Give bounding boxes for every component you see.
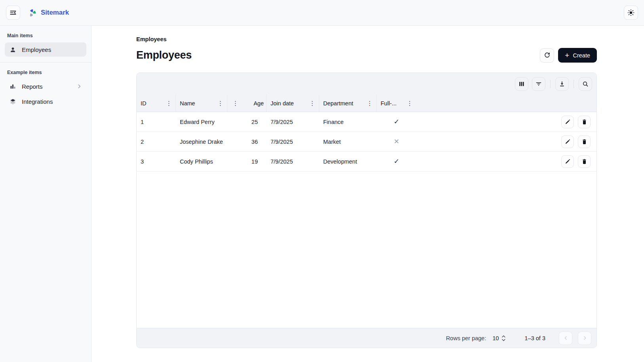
delete-button[interactable] — [578, 135, 591, 148]
cell-age: 25 — [227, 119, 267, 125]
pencil-icon — [564, 138, 571, 145]
refresh-button[interactable] — [540, 48, 554, 63]
cell-age: 36 — [227, 139, 267, 145]
sidebar-section-main-items: Main items — [5, 31, 86, 42]
grid-toolbar — [137, 73, 596, 95]
person-icon — [9, 46, 17, 53]
edit-button[interactable] — [561, 155, 574, 168]
toolbar-separator — [574, 80, 574, 88]
sidebar-section-example-items: Example items — [5, 68, 86, 79]
table-row[interactable]: 2 Josephine Drake 36 7/9/2025 Market ✕ — [137, 132, 596, 152]
theme-toggle-button[interactable] — [624, 6, 638, 20]
column-menu-icon[interactable]: ⋮ — [165, 99, 173, 107]
cell-id: 1 — [137, 119, 176, 125]
column-menu-icon[interactable]: ⋮ — [366, 99, 374, 107]
cell-actions — [547, 135, 596, 148]
check-icon: ✓ — [377, 118, 416, 126]
pencil-icon — [564, 118, 571, 125]
delete-button[interactable] — [578, 155, 591, 168]
brand[interactable]: Sitemark — [27, 8, 69, 18]
layers-icon — [9, 97, 17, 105]
column-header-age[interactable]: Age ⋮ — [227, 95, 267, 112]
collapse-menu-icon — [9, 9, 17, 17]
toolbar-separator — [550, 80, 551, 88]
rows-per-page-label: Rows per page: — [446, 335, 486, 341]
download-icon — [558, 80, 566, 88]
sidebar-item-label: Employees — [22, 46, 51, 53]
search-icon — [582, 80, 589, 88]
previous-page-button[interactable] — [559, 332, 572, 345]
filter-icon — [535, 80, 542, 88]
column-header-actions — [547, 95, 596, 112]
column-header-name[interactable]: Name ⋮ — [176, 95, 227, 112]
cell-department: Development — [319, 158, 377, 165]
grid-header-row: ID ⋮ Name ⋮ Age ⋮ Join date ⋮ Department — [137, 95, 596, 112]
column-menu-icon[interactable]: ⋮ — [231, 99, 240, 107]
trash-icon — [581, 138, 588, 145]
column-menu-icon[interactable]: ⋮ — [308, 99, 316, 107]
column-label: Name — [180, 100, 214, 107]
plus-icon: + — [565, 51, 569, 59]
cell-id: 3 — [137, 158, 176, 165]
column-label: Full-... — [381, 100, 403, 107]
download-button[interactable] — [555, 77, 569, 91]
collapse-menu-button[interactable] — [6, 6, 20, 20]
edit-button[interactable] — [561, 116, 574, 128]
select-chevrons-icon — [501, 335, 506, 341]
main-content: Employees Employees + Create — [91, 26, 644, 362]
column-menu-icon[interactable]: ⋮ — [406, 99, 414, 107]
brand-name: Sitemark — [41, 9, 69, 17]
table-row[interactable]: 3 Cody Phillips 19 7/9/2025 Development … — [137, 152, 596, 171]
columns-button[interactable] — [515, 77, 528, 91]
delete-button[interactable] — [578, 116, 591, 128]
cell-name: Edward Perry — [176, 119, 227, 125]
columns-icon — [518, 80, 525, 88]
sidebar-item-reports[interactable]: Reports — [5, 79, 86, 93]
sitemark-logo-icon — [27, 8, 37, 18]
filter-button[interactable] — [532, 77, 545, 91]
rows-per-page-select[interactable]: 10 — [492, 335, 505, 341]
chevron-right-icon — [76, 83, 82, 90]
column-header-spacer — [416, 95, 547, 112]
check-icon: ✓ — [377, 157, 416, 166]
create-button-label: Create — [573, 52, 590, 59]
cell-actions — [547, 116, 596, 128]
column-menu-icon[interactable]: ⋮ — [216, 99, 225, 107]
sidebar-item-integrations[interactable]: Integrations — [5, 94, 86, 109]
cell-department: Market — [319, 139, 377, 145]
cell-age: 19 — [227, 158, 267, 165]
sidebar: Main items Employees Example items Repor… — [0, 26, 91, 362]
sidebar-item-label: Reports — [22, 83, 71, 90]
refresh-icon — [543, 51, 551, 59]
grid-empty-area — [137, 171, 596, 328]
column-header-full-time[interactable]: Full-... ⋮ — [377, 95, 416, 112]
create-button[interactable]: + Create — [558, 48, 597, 63]
cell-name: Cody Phillips — [176, 158, 227, 165]
cell-id: 2 — [137, 139, 176, 145]
column-label: ID — [141, 100, 162, 107]
next-page-button[interactable] — [578, 332, 591, 345]
column-header-id[interactable]: ID ⋮ — [137, 95, 176, 112]
pencil-icon — [564, 158, 571, 165]
column-header-join-date[interactable]: Join date ⋮ — [267, 95, 319, 112]
page-title: Employees — [136, 49, 192, 61]
sidebar-divider — [0, 62, 91, 63]
cell-join-date: 7/9/2025 — [267, 139, 319, 145]
bar-chart-icon — [9, 82, 17, 90]
table-row[interactable]: 1 Edward Perry 25 7/9/2025 Finance ✓ — [137, 112, 596, 132]
sidebar-item-employees[interactable]: Employees — [5, 42, 86, 57]
trash-icon — [581, 158, 588, 165]
cell-join-date: 7/9/2025 — [267, 158, 319, 165]
data-grid: ID ⋮ Name ⋮ Age ⋮ Join date ⋮ Department — [136, 72, 597, 348]
column-header-department[interactable]: Department ⋮ — [319, 95, 377, 112]
cell-actions — [547, 155, 596, 168]
sidebar-item-label: Integrations — [22, 98, 53, 105]
edit-button[interactable] — [561, 135, 574, 148]
chevron-right-icon — [582, 335, 588, 341]
search-button[interactable] — [579, 77, 592, 91]
pagination-range: 1–3 of 3 — [525, 335, 545, 341]
column-label: Join date — [271, 100, 306, 107]
sun-icon — [627, 9, 635, 17]
column-label: Age — [242, 100, 264, 107]
chevron-left-icon — [563, 335, 569, 341]
